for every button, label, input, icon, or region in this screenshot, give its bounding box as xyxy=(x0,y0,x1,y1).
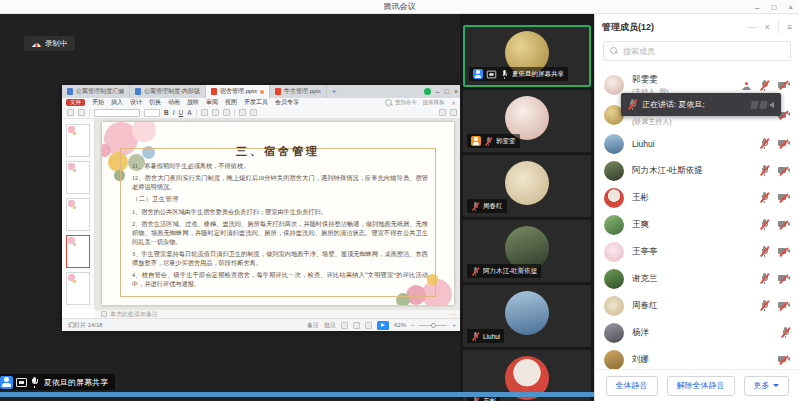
mic-muted-icon[interactable] xyxy=(781,327,790,338)
select-pane-icon[interactable] xyxy=(450,109,457,116)
bullet-list-icon[interactable] xyxy=(223,109,230,116)
wps-tab-active-pptx[interactable]: 宿舍管理.pptx xyxy=(206,85,270,98)
zoom-out-button[interactable]: − xyxy=(411,322,415,328)
cohost-badge-icon xyxy=(473,69,483,79)
mic-muted-icon[interactable] xyxy=(760,138,769,149)
camera-off-icon[interactable] xyxy=(778,274,790,283)
insert-textbox-icon[interactable] xyxy=(250,109,257,116)
member-row[interactable]: 王爽 xyxy=(595,211,799,238)
mic-muted-icon[interactable] xyxy=(760,246,769,257)
wps-menu-item[interactable]: 切换 xyxy=(149,98,161,107)
font-color-icon[interactable]: A xyxy=(187,109,191,116)
wps-menu-item[interactable]: 插入 xyxy=(111,98,123,107)
slideshow-play-button[interactable] xyxy=(377,321,389,330)
wps-account-avatar[interactable] xyxy=(424,88,431,95)
bold-icon[interactable]: B xyxy=(164,109,169,116)
wps-menu-item[interactable]: 视图 xyxy=(225,98,237,107)
comments-toggle[interactable]: 批注 xyxy=(324,321,336,330)
wps-file-menu[interactable]: 文件 xyxy=(66,99,85,106)
mic-muted-icon[interactable] xyxy=(760,192,769,203)
camera-off-icon[interactable] xyxy=(778,193,790,202)
italic-icon[interactable]: I xyxy=(173,109,175,116)
video-tile[interactable]: 郭雯雯 xyxy=(463,90,591,152)
notes-toggle[interactable]: 备注 xyxy=(307,321,319,330)
camera-off-icon[interactable] xyxy=(778,81,790,90)
camera-off-icon[interactable] xyxy=(778,247,790,256)
member-name: 王彬 xyxy=(632,192,649,204)
mic-muted-icon[interactable] xyxy=(760,219,769,230)
member-search-input[interactable]: 搜索成员 xyxy=(603,41,791,61)
camera-off-icon[interactable] xyxy=(778,139,790,148)
font-size-select[interactable] xyxy=(144,109,160,117)
video-tile[interactable]: 阿力木江-吐斯依提 xyxy=(463,220,591,282)
camera-off-icon[interactable] xyxy=(778,166,790,175)
slide-thumbnail[interactable] xyxy=(66,161,90,194)
zoom-in-button[interactable]: + xyxy=(452,322,456,328)
member-row[interactable]: 杨洋 xyxy=(595,319,799,346)
panel-more-icon[interactable]: ··· xyxy=(747,23,756,32)
wps-maximize-button[interactable]: □ xyxy=(445,88,449,95)
member-row[interactable]: 王亭亭 xyxy=(595,238,799,265)
wps-menu-item[interactable]: 动画 xyxy=(168,98,180,107)
wps-tab-document-2[interactable]: 公寓管理制度-内部版 xyxy=(130,85,206,98)
mute-all-button[interactable]: 全体静音 xyxy=(606,376,658,396)
mic-muted-icon[interactable] xyxy=(760,273,769,284)
notes-bar[interactable]: 单击此处添加备注 ··· xyxy=(95,309,462,318)
slide-sorter-icon[interactable] xyxy=(353,322,360,329)
align-center-icon[interactable] xyxy=(212,109,219,116)
wps-menu-item[interactable]: 审阅 xyxy=(206,98,218,107)
new-tab-button[interactable]: + xyxy=(327,85,341,98)
mic-muted-icon[interactable] xyxy=(760,80,769,91)
video-tile[interactable]: Liuhui xyxy=(463,285,591,347)
align-left-icon[interactable] xyxy=(201,109,208,116)
format-painter-icon[interactable] xyxy=(78,109,85,116)
member-row[interactable]: 阿力木江-吐斯依提 xyxy=(595,157,799,184)
wps-menu-item[interactable]: 放映 xyxy=(187,98,199,107)
wps-menu-item[interactable]: 设计 xyxy=(130,98,142,107)
member-row[interactable]: 谢克兰 xyxy=(595,265,799,292)
wps-search-commands[interactable]: 查找命令、搜索模板 xyxy=(385,99,445,107)
maximize-button[interactable]: □ xyxy=(771,3,776,12)
wps-menu-item[interactable]: 会员专享 xyxy=(275,98,299,107)
slide-thumbnail[interactable] xyxy=(66,272,90,305)
slide-thumbnail[interactable] xyxy=(66,124,90,157)
member-name: 杨洋 xyxy=(632,327,649,339)
camera-off-icon[interactable] xyxy=(778,220,790,229)
paste-icon[interactable] xyxy=(67,109,74,116)
slide-thumbnail-selected[interactable] xyxy=(66,235,90,268)
zoom-slider[interactable] xyxy=(419,325,447,326)
member-row[interactable]: 王彬 xyxy=(595,184,799,211)
mic-muted-icon[interactable] xyxy=(760,165,769,176)
slide-thumbnail[interactable] xyxy=(66,198,90,231)
wps-minimize-button[interactable]: – xyxy=(436,88,440,95)
camera-off-icon[interactable] xyxy=(778,355,790,364)
member-row[interactable]: Liuhui xyxy=(595,130,799,157)
wps-tab-document-1[interactable]: 公寓管理制度汇编 xyxy=(62,85,130,98)
insert-shape-icon[interactable] xyxy=(239,109,246,116)
minimize-button[interactable]: – xyxy=(755,3,759,12)
zoom-level: 62% xyxy=(394,322,406,328)
font-name-select[interactable] xyxy=(94,109,140,117)
member-row[interactable]: 刘娜 xyxy=(595,346,799,369)
notes-more-icon[interactable]: ··· xyxy=(450,311,456,317)
wps-menu-item[interactable]: 开发工具 xyxy=(244,98,268,107)
wps-close-button[interactable]: × xyxy=(454,88,458,95)
panel-close-icon[interactable]: × xyxy=(764,23,769,32)
normal-view-icon[interactable] xyxy=(341,322,348,329)
ribbon-collapse-icon[interactable]: ∧ xyxy=(452,99,458,106)
panel-menu-icon[interactable]: ≡ xyxy=(787,23,792,32)
reading-view-icon[interactable] xyxy=(365,322,372,329)
recording-badge[interactable]: ☁ 录制中 xyxy=(24,36,75,51)
close-button[interactable]: × xyxy=(788,3,793,12)
member-row[interactable]: 周春红 xyxy=(595,292,799,319)
underline-icon[interactable]: U xyxy=(179,109,184,116)
wps-tab-document-4[interactable]: 学生管理.pptx xyxy=(270,85,327,98)
unmute-all-button[interactable]: 解除全体静音 xyxy=(667,376,735,396)
mic-muted-icon[interactable] xyxy=(760,300,769,311)
video-tile[interactable]: 周春红 xyxy=(463,155,591,217)
video-tile-speaker[interactable]: 夏依旦的屏幕共享 xyxy=(463,25,591,87)
find-replace-icon[interactable] xyxy=(439,109,446,116)
camera-off-icon[interactable] xyxy=(778,301,790,310)
more-button[interactable]: 更多 xyxy=(744,376,789,396)
wps-menu-item[interactable]: 开始 xyxy=(92,98,104,107)
